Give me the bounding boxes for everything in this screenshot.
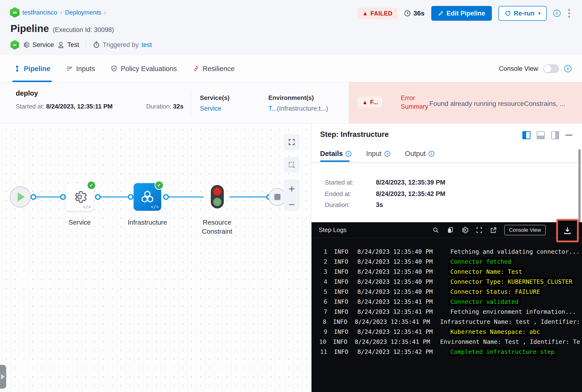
tab-resilience-label: Resilience [203, 65, 235, 73]
zoom-controls[interactable]: + − [284, 180, 300, 211]
elapsed-label: 36s [413, 10, 425, 17]
fullscreen-icon[interactable] [476, 226, 483, 234]
services-label: Service(s) [200, 94, 229, 102]
copy-icon[interactable] [446, 226, 454, 234]
input-info-icon[interactable]: i [384, 151, 390, 157]
selection-tool-button[interactable] [284, 157, 300, 173]
step-logs-panel: Step Logs Console View [312, 222, 582, 392]
code-glyph: </> [151, 204, 159, 209]
start-node[interactable] [10, 186, 31, 208]
toggle-knob [544, 65, 551, 72]
log-message: Connector validated [448, 298, 520, 306]
graph-port [163, 194, 169, 200]
stage-summary-bar: deploy Started at: 8/24/2023, 12:35:11 P… [0, 82, 582, 124]
log-timestamp: 8/24/2023 12:35:40 PM [357, 278, 441, 285]
log-message: Connector Status: FAILURE [448, 288, 542, 296]
log-level: INFO [334, 248, 353, 255]
chevron-down-icon: ▾ [538, 11, 540, 16]
layout-split-vertical-button[interactable] [522, 131, 530, 139]
pipeline-icon [14, 65, 21, 72]
pipeline-graph-canvas[interactable]: ✓ </> ✓ </> Service Infrastructure Resou… [0, 124, 311, 392]
detail-row-started: Started at: 8/24/2023, 12:35:39 PM [325, 179, 445, 186]
tab-pipeline[interactable]: Pipeline [14, 55, 50, 82]
success-check-badge: ✓ [155, 181, 164, 190]
gear-icon [23, 41, 30, 48]
zoom-out-button[interactable]: − [289, 202, 295, 207]
service-meta[interactable]: Service [23, 41, 54, 49]
zoom-in-button[interactable]: + [289, 184, 295, 194]
tab-policy-evaluations[interactable]: Policy Evaluations [111, 55, 177, 82]
log-message: Fetching and validating connector... [448, 248, 581, 256]
log-timestamp: 8/24/2023 12:35:41 PM [355, 338, 430, 345]
open-in-new-icon[interactable] [490, 226, 497, 234]
environment-meta[interactable]: Test [57, 41, 79, 49]
tab-output[interactable]: Output i [405, 150, 434, 158]
tab-input[interactable]: Input i [366, 150, 390, 158]
canvas-nav-arrow[interactable] [0, 365, 6, 389]
log-line: 5 INFO 8/24/2023 12:35:40 PM Connector S… [317, 286, 582, 296]
execution-id: (Execution Id: 30098) [53, 26, 114, 34]
warning-triangle-icon: ▲ [362, 10, 368, 16]
cd-module-icon: ∞ [11, 40, 19, 50]
layout-split-horizontal-button[interactable] [537, 131, 545, 139]
details-info-icon[interactable]: i [346, 151, 351, 157]
log-message: Infrastructure Name: test , Identifier: [438, 318, 582, 326]
stage-name: deploy [16, 90, 38, 97]
resource-constraint-node[interactable] [211, 185, 224, 208]
triggered-by-label: Triggered by [103, 41, 139, 49]
console-view-toggle[interactable] [543, 64, 559, 73]
output-info-icon[interactable]: i [429, 151, 434, 157]
step-panel-title: Step: Infrastructure [320, 130, 389, 139]
graph-port [60, 194, 66, 200]
tab-inputs-label: Inputs [76, 65, 95, 73]
infrastructure-step-node[interactable]: ✓ </> [134, 183, 161, 211]
fullscreen-icon [288, 138, 296, 146]
settings-gear-icon[interactable] [461, 226, 468, 234]
tab-inputs[interactable]: Inputs [66, 55, 95, 82]
tab-resilience[interactable]: Resilience [193, 55, 235, 82]
service-step-node[interactable]: ✓ </> [66, 183, 94, 211]
panel-layout-controls [522, 131, 572, 139]
breadcrumb-deployments-link[interactable]: Deployments [65, 9, 101, 16]
log-level: INFO [334, 268, 353, 275]
rerun-info-icon[interactable]: i [553, 10, 560, 17]
ended-at-value: 8/24/2023, 12:35:42 PM [376, 190, 445, 198]
log-level: INFO [334, 258, 353, 265]
services-link[interactable]: Service [200, 105, 229, 112]
environment-infra-prefix: (Infrastructure: [277, 105, 319, 112]
more-options-menu[interactable] [567, 8, 571, 18]
console-view-info-icon[interactable]: i [564, 65, 571, 72]
end-node[interactable] [269, 188, 286, 206]
environments-link[interactable]: T...(Infrastructure:t...) [268, 105, 328, 112]
download-logs-button-highlighted[interactable] [556, 219, 579, 242]
log-line: 7 INFO 8/24/2023 12:35:41 PM Fetching en… [317, 307, 582, 317]
stage-started: Started at: 8/24/2023, 12:35:11 PM [16, 103, 113, 110]
log-line: 11 INFO 8/24/2023 12:35:42 PM Completed … [317, 347, 582, 357]
layout-right-pane-button[interactable] [551, 131, 559, 139]
edit-pipeline-button[interactable]: Edit Pipeline [431, 6, 492, 21]
breadcrumb-project-link[interactable]: testfrancisco [23, 9, 57, 16]
execution-tabbar: Pipeline Inputs Policy Evaluations Resil… [0, 55, 582, 82]
environment-infra-name[interactable]: t... [319, 105, 326, 112]
triggered-by-link[interactable]: test [142, 41, 152, 49]
main-content: ✓ </> ✓ </> Service Infrastructure Resou… [0, 124, 582, 392]
error-summary-bar: ▲ F... Error Summary Found already runni… [349, 82, 582, 123]
tab-details[interactable]: Details i [320, 150, 351, 158]
logs-console-view-button[interactable]: Console View [504, 225, 546, 235]
stage-duration-label: Duration: [146, 103, 172, 110]
environment-name[interactable]: T... [268, 105, 277, 112]
search-icon[interactable] [432, 226, 439, 234]
rerun-button[interactable]: Re-run ▾ [498, 6, 547, 21]
elapsed-time: 36s [404, 10, 425, 17]
chevron-right-icon: › [60, 9, 62, 16]
stage-summary-left: deploy Started at: 8/24/2023, 12:35:11 P… [0, 82, 349, 123]
log-lines[interactable]: 1 INFO 8/24/2023 12:35:40 PM Fetching an… [312, 238, 582, 357]
pencil-icon [438, 10, 444, 16]
stop-icon [274, 194, 281, 200]
log-message: Completed infrastructure step [448, 348, 556, 356]
log-level: INFO [334, 308, 353, 315]
minimize-panel-button[interactable] [565, 134, 572, 136]
red-light-icon [213, 187, 222, 196]
top-header: ∞ testfrancisco › Deployments › ▲ FAILED… [0, 0, 582, 55]
fit-to-screen-button[interactable] [284, 134, 300, 150]
